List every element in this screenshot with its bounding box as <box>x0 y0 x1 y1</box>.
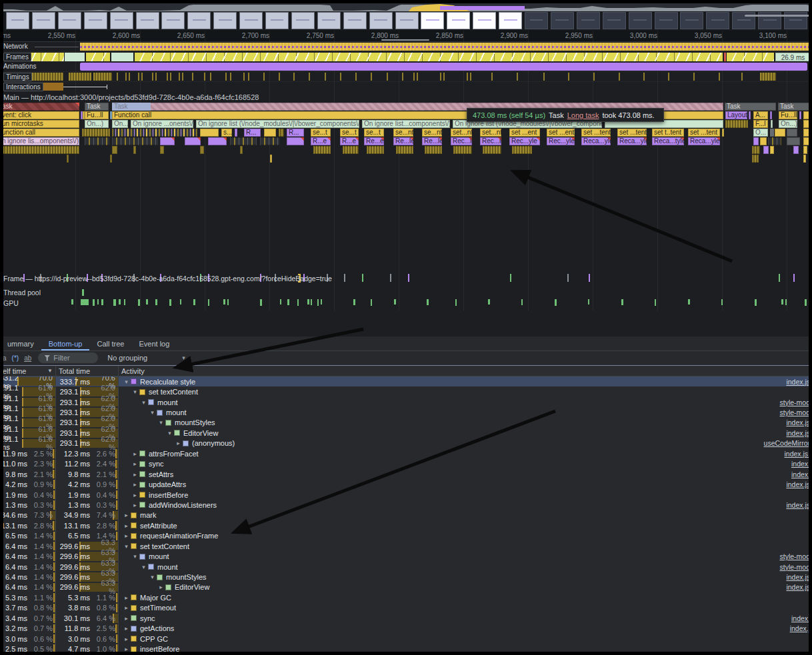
flame-entry-st[interactable]: s...t <box>221 129 232 137</box>
source-link[interactable]: index.js <box>786 429 812 437</box>
table-row-setattrs[interactable]: 9.8 ms2.1 %9.8 ms2.1 %▸setAttrsindex. <box>0 469 812 479</box>
timing-marker[interactable] <box>619 73 620 81</box>
timing-marker[interactable] <box>204 73 205 81</box>
tree-expand-caret[interactable]: ▸ <box>122 636 131 642</box>
flame-entry[interactable] <box>208 137 227 145</box>
flame-entry-rele[interactable]: Re...le <box>422 137 442 145</box>
track-interactions[interactable]: Interactions <box>0 81 812 91</box>
flame-entry[interactable] <box>112 146 117 154</box>
tree-expand-caret[interactable]: ▸ <box>131 481 139 488</box>
flame-entry[interactable] <box>396 146 413 154</box>
tree-expand-caret[interactable]: ▸ <box>131 460 139 467</box>
tree-expand-caret[interactable]: ▸ <box>122 594 131 601</box>
timing-marker[interactable] <box>467 73 468 81</box>
flame-entry-settent[interactable]: set ...tent <box>617 129 647 137</box>
filmstrip-thumbnail[interactable] <box>706 12 729 29</box>
flame-entry[interactable] <box>753 137 759 145</box>
flame-entry[interactable] <box>160 137 175 145</box>
timing-marker[interactable] <box>593 73 595 81</box>
timing-marker[interactable] <box>340 73 341 81</box>
filmstrip-thumbnail[interactable] <box>265 12 289 29</box>
flame-entry-sent[interactable]: se...nt <box>393 129 413 137</box>
filmstrip-thumbnail[interactable] <box>447 12 470 29</box>
flame-entry-rele[interactable]: Re...le <box>393 137 413 145</box>
track-timings[interactable]: Timings <box>0 71 812 81</box>
flame-entry[interactable] <box>264 129 276 137</box>
flame-entry[interactable] <box>803 111 812 119</box>
track-frames[interactable]: Frames 26.9 ms <box>0 51 812 61</box>
flame-entry-setent[interactable]: set ...ent <box>509 129 540 137</box>
tree-expand-caret[interactable]: ▾ <box>148 574 157 580</box>
tree-expand-caret[interactable]: ▾ <box>131 388 139 395</box>
timing-marker[interactable] <box>129 73 130 81</box>
filmstrip-thumbnail[interactable] <box>161 12 185 29</box>
filmstrip-thumbnail[interactable] <box>680 12 703 29</box>
flame-entry[interactable] <box>752 155 759 163</box>
filmstrip-thumbnail[interactable] <box>603 12 626 29</box>
flame-entry[interactable] <box>367 146 384 154</box>
table-row-insertbefore[interactable]: 2.5 ms0.5 %4.7 ms1.0 %▸insertBefore <box>0 644 812 654</box>
table-row-mountstyles[interactable]: 291.1 ms61.6 %293.1 ms62.0 %▾mountStyles… <box>0 418 812 428</box>
tree-expand-caret[interactable]: ▾ <box>131 553 139 560</box>
flame-entry[interactable] <box>770 111 772 119</box>
table-row-cppgc[interactable]: 3.0 ms0.6 %3.0 ms0.6 %▸CPP GC <box>0 634 812 644</box>
table-row-setattribute[interactable]: 13.1 ms2.8 %13.1 ms2.8 %▸setAttribute <box>0 520 812 530</box>
flame-entry-set[interactable]: se...t <box>364 129 384 137</box>
table-row-mount[interactable]: 6.4 ms1.4 %299.6 ms63.3 %▾mountstyle-mod <box>0 551 812 561</box>
flame-entry[interactable] <box>749 111 751 119</box>
table-row-insertbefore[interactable]: 1.9 ms0.4 %1.9 ms0.4 %▸insertBefore <box>0 490 812 500</box>
flame-entry-setttent[interactable]: set t..tent <box>652 129 684 137</box>
flame-entry-recayle[interactable]: Reca...yle <box>688 137 720 145</box>
table-row-settimeout[interactable]: 3.7 ms0.8 %3.8 ms0.8 %▸setTimeout <box>0 603 812 613</box>
flame-entry[interactable] <box>752 146 760 154</box>
timing-marker[interactable] <box>387 73 388 81</box>
table-row-sync[interactable]: 3.4 ms0.7 %30.1 ms6.4 %▸syncindex. <box>0 613 812 623</box>
timing-marker[interactable] <box>643 73 645 81</box>
tree-expand-caret[interactable]: ▸ <box>131 450 139 457</box>
track-network[interactable]: Network <box>0 41 812 51</box>
tree-expand-caret[interactable]: ▸ <box>122 532 131 539</box>
flame-entry[interactable] <box>483 146 501 154</box>
tree-expand-caret[interactable]: ▾ <box>157 419 165 426</box>
filmstrip-thumbnail[interactable] <box>213 12 237 29</box>
grouping-caret-icon[interactable]: ▾ <box>182 354 185 361</box>
source-link[interactable]: index.js <box>786 418 812 426</box>
filmstrip-thumbnail[interactable] <box>499 12 522 29</box>
tooltip-long-task-link[interactable]: Long task <box>567 111 599 119</box>
flame-entry-onignorelistnodemodulesbowercomponents[interactable]: On ignore list (\/node_modules\/|\/bower… <box>196 120 359 128</box>
filmstrip-thumbnail[interactable] <box>369 12 393 29</box>
filmstrip-thumbnail[interactable] <box>187 12 211 29</box>
flame-entry[interactable] <box>313 146 331 154</box>
flame-entry[interactable] <box>725 120 748 128</box>
timing-marker-cluster[interactable] <box>93 73 112 81</box>
table-row-majorgc[interactable]: 5.3 ms1.1 %5.3 ms1.1 %▸Major GC <box>0 592 812 602</box>
flame-entry[interactable] <box>0 146 79 154</box>
table-row-getactions[interactable]: 3.2 ms0.7 %11.8 ms2.5 %▸getActionsindex.… <box>0 624 812 634</box>
filmstrip-thumbnail[interactable] <box>473 12 496 29</box>
flame-entry-recle[interactable]: Rec...le <box>480 137 501 145</box>
timing-marker[interactable] <box>568 73 569 81</box>
frame-block[interactable] <box>724 53 726 61</box>
flame-entry[interactable] <box>809 155 811 163</box>
flame-entry-settent[interactable]: set ...tent <box>688 129 720 137</box>
filmstrip-thumbnail[interactable] <box>343 12 367 29</box>
flame-entry-a[interactable]: A... <box>753 111 768 119</box>
match-case-icon[interactable]: a <box>3 354 7 362</box>
timing-marker[interactable] <box>668 73 669 81</box>
source-link[interactable]: style-mod <box>779 398 812 406</box>
flame-entry-set[interactable]: se...t <box>311 129 331 137</box>
tree-expand-caret[interactable]: ▾ <box>165 430 174 436</box>
filmstrip-thumbnail[interactable] <box>421 12 444 29</box>
frame-block[interactable] <box>65 53 85 61</box>
timing-marker[interactable] <box>138 73 139 81</box>
flame-entry-sent[interactable]: se...nt <box>422 129 442 137</box>
flame-entry-setnt[interactable]: set...nt <box>451 129 472 137</box>
tree-expand-caret[interactable]: ▾ <box>148 409 157 416</box>
flame-entry-task[interactable]: Task <box>725 103 776 111</box>
flame-entry[interactable] <box>768 137 781 145</box>
flame-entry-o[interactable]: O... <box>753 129 768 137</box>
filmstrip-thumbnail[interactable] <box>58 12 81 29</box>
table-row-mount[interactable]: 291.1 ms61.6 %293.1 ms62.0 %▾mountstyle-… <box>0 407 812 417</box>
flame-entry[interactable] <box>772 129 774 137</box>
flame-entry-on[interactable]: On...) <box>779 120 797 128</box>
